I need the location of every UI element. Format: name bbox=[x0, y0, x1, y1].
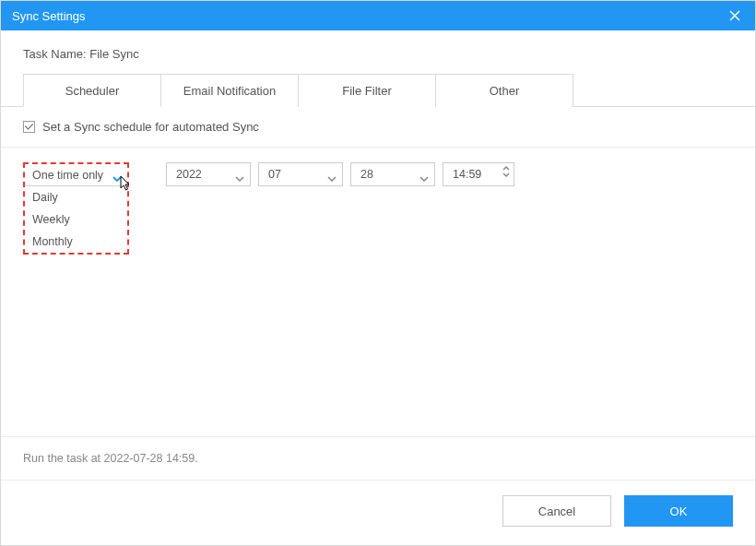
tab-other[interactable]: Other bbox=[435, 74, 573, 107]
scheduler-body: One time only Daily Weekly Monthly 2022 bbox=[1, 148, 755, 269]
date-selectors: 2022 07 28 bbox=[166, 162, 514, 186]
frequency-option-weekly[interactable]: Weekly bbox=[25, 208, 127, 231]
ok-button[interactable]: OK bbox=[624, 495, 733, 527]
frequency-option-monthly[interactable]: Monthly bbox=[25, 231, 127, 253]
chevron-down-icon bbox=[419, 172, 429, 184]
schedule-enable-label: Set a Sync schedule for automated Sync bbox=[42, 120, 259, 134]
chevron-down-icon bbox=[502, 172, 510, 177]
close-icon bbox=[729, 10, 740, 21]
time-input[interactable]: 14:59 bbox=[443, 162, 514, 186]
tab-content: Set a Sync schedule for automated Sync O… bbox=[1, 106, 755, 269]
footer: Run the task at 2022-07-28 14:59. Cancel… bbox=[1, 436, 755, 545]
frequency-dropdown[interactable]: One time only Daily Weekly Monthly bbox=[23, 162, 129, 255]
cancel-button[interactable]: Cancel bbox=[502, 495, 611, 527]
tab-file-filter[interactable]: File Filter bbox=[298, 74, 436, 107]
chevron-down-icon bbox=[327, 172, 337, 184]
window-title: Sync Settings bbox=[12, 9, 86, 23]
tab-email-notification[interactable]: Email Notification bbox=[160, 74, 299, 107]
close-button[interactable] bbox=[726, 6, 744, 25]
time-spinner[interactable] bbox=[502, 166, 510, 177]
frequency-option-once[interactable]: One time only bbox=[25, 164, 127, 186]
schedule-enable-checkbox[interactable] bbox=[23, 121, 35, 133]
tab-bar: Scheduler Email Notification File Filter… bbox=[23, 74, 733, 107]
run-info-label: Run the task at 2022-07-28 14:59. bbox=[1, 436, 755, 480]
frequency-option-daily[interactable]: Daily bbox=[25, 186, 127, 208]
sync-settings-window: Sync Settings Task Name: File Sync Sched… bbox=[0, 0, 756, 546]
chevron-up-icon bbox=[502, 166, 510, 171]
month-select[interactable]: 07 bbox=[258, 162, 343, 186]
tab-scheduler[interactable]: Scheduler bbox=[23, 74, 161, 107]
year-select[interactable]: 2022 bbox=[166, 162, 251, 186]
titlebar: Sync Settings bbox=[1, 1, 755, 30]
chevron-down-icon bbox=[235, 172, 244, 184]
button-row: Cancel OK bbox=[1, 480, 755, 545]
day-select[interactable]: 28 bbox=[350, 162, 435, 186]
task-name-label: Task Name: File Sync bbox=[1, 30, 755, 74]
cursor-icon bbox=[120, 175, 133, 195]
schedule-enable-row: Set a Sync schedule for automated Sync bbox=[1, 107, 755, 148]
